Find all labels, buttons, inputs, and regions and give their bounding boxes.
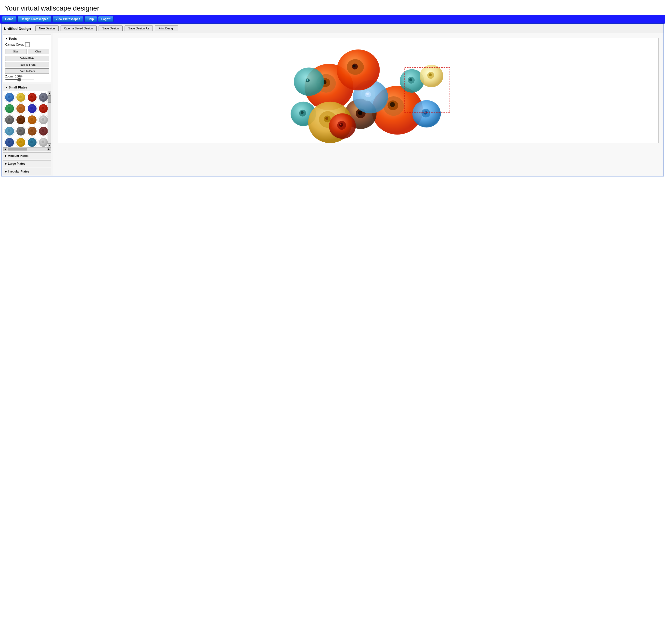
small-plates-grid <box>3 91 51 147</box>
svg-point-27 <box>19 129 22 132</box>
small-plate-3[interactable] <box>38 92 49 103</box>
svg-point-9 <box>7 106 11 110</box>
medium-plates-header[interactable]: ▶ Medium Plates <box>3 153 51 159</box>
large-plates-label: Large Plates <box>8 162 25 165</box>
svg-point-11 <box>19 106 22 110</box>
tools-header: ▼ Tools <box>5 37 49 40</box>
small-plate-14[interactable] <box>27 126 38 136</box>
app-container: Untitled Design New Design Open a Saved … <box>1 23 664 176</box>
medium-plates-label: Medium Plates <box>8 154 28 158</box>
large-plates-arrow-icon: ▶ <box>5 162 7 165</box>
toolbar: Untitled Design New Design Open a Saved … <box>1 24 664 33</box>
nav-view-platescapes[interactable]: View Platescapes <box>53 16 83 22</box>
svg-point-88 <box>340 123 341 125</box>
nav-design-platescapes[interactable]: Design Platescapes <box>17 16 52 22</box>
new-design-button[interactable]: New Design <box>35 25 59 31</box>
svg-point-15 <box>41 106 44 110</box>
small-plate-5[interactable] <box>16 103 26 114</box>
nav-home[interactable]: Home <box>2 16 16 22</box>
svg-point-35 <box>19 140 22 143</box>
small-plate-15[interactable] <box>38 126 49 136</box>
small-plate-8[interactable] <box>4 114 15 125</box>
print-design-button[interactable]: Print Design <box>155 25 178 31</box>
small-plates-label: Small Plates <box>8 85 27 89</box>
scroll-down-button[interactable]: ▼ <box>48 143 51 147</box>
irregular-plates-arrow-icon: ▶ <box>5 170 7 173</box>
canvas-color-row: Canvas Color: <box>5 42 49 47</box>
canvas-svg <box>58 38 658 143</box>
svg-point-17 <box>7 118 11 121</box>
small-plate-12[interactable] <box>4 126 15 136</box>
save-design-as-button[interactable]: Save Design As <box>125 25 153 31</box>
small-plate-2[interactable] <box>27 92 38 103</box>
plate-to-back-button[interactable]: Plate To Back <box>5 69 49 74</box>
small-plate-7[interactable] <box>38 103 49 114</box>
svg-point-1 <box>7 95 11 98</box>
large-plates-header[interactable]: ▶ Large Plates <box>3 160 51 167</box>
medium-plates-arrow-icon: ▶ <box>5 155 7 157</box>
small-plate-11[interactable] <box>38 114 49 125</box>
nav-help[interactable]: Help <box>84 16 97 22</box>
horizontal-scrollbar[interactable]: ◀ ▶ <box>3 147 51 151</box>
sidebar: ▼ Tools Canvas Color: Size Clear Delete … <box>1 33 53 176</box>
svg-point-23 <box>41 118 44 121</box>
small-plate-4[interactable] <box>4 103 15 114</box>
scroll-h-thumb[interactable] <box>7 148 27 151</box>
svg-point-5 <box>30 95 33 98</box>
canvas-color-swatch[interactable] <box>25 42 30 47</box>
page-title: Your virtual wallscape designer <box>0 0 665 15</box>
canvas-board[interactable] <box>58 38 659 143</box>
svg-point-90 <box>409 78 412 81</box>
canvas-color-label: Canvas Color: <box>5 43 24 46</box>
scroll-thumb[interactable] <box>48 95 51 103</box>
size-button[interactable]: Size <box>5 49 26 54</box>
svg-point-33 <box>7 140 11 143</box>
scroll-up-button[interactable]: ▲ <box>48 91 51 95</box>
clear-button[interactable]: Clear <box>28 49 49 54</box>
svg-point-19 <box>19 118 22 121</box>
delete-plate-button[interactable]: Delete Plate <box>5 56 49 61</box>
design-title: Untitled Design <box>4 26 33 31</box>
tools-arrow-icon: ▼ <box>5 37 7 40</box>
small-plates-header[interactable]: ▼ Small Plates <box>3 84 51 91</box>
svg-point-3 <box>19 95 22 98</box>
plate-to-front-button[interactable]: Plate To Front <box>5 62 49 67</box>
svg-point-25 <box>7 129 11 132</box>
svg-point-77 <box>353 65 356 67</box>
small-plate-19[interactable] <box>38 137 49 147</box>
tools-section: ▼ Tools Canvas Color: Size Clear Delete … <box>3 35 51 82</box>
zoom-slider[interactable] <box>5 79 35 80</box>
vertical-scrollbar[interactable]: ▲ ▼ <box>48 91 51 147</box>
medium-plates-section: ▶ Medium Plates <box>3 152 51 159</box>
scroll-left-button[interactable]: ◀ <box>3 148 7 151</box>
tools-label: Tools <box>8 37 17 40</box>
irregular-plates-header[interactable]: ▶ Irregular Plates <box>3 168 51 175</box>
small-plate-17[interactable] <box>16 137 26 147</box>
small-plate-10[interactable] <box>27 114 38 125</box>
canvas-area <box>53 33 664 176</box>
svg-point-82 <box>306 79 308 81</box>
small-plate-1[interactable] <box>16 92 26 103</box>
open-design-button[interactable]: Open a Saved Design <box>61 25 97 31</box>
small-plate-13[interactable] <box>16 126 26 136</box>
small-plate-0[interactable] <box>4 92 15 103</box>
svg-point-13 <box>30 106 33 110</box>
nav-logoff[interactable]: Logoff <box>98 16 114 22</box>
scroll-right-button[interactable]: ▶ <box>47 148 51 151</box>
small-plate-16[interactable] <box>4 137 15 147</box>
svg-point-69 <box>390 102 395 107</box>
svg-point-74 <box>366 93 369 95</box>
svg-point-29 <box>30 129 33 132</box>
irregular-plates-section: ▶ Irregular Plates <box>3 168 51 175</box>
small-plates-arrow-icon: ▼ <box>5 86 7 89</box>
small-plate-18[interactable] <box>27 137 38 147</box>
small-plates-section: ▼ Small Plates ▲ ▼ ◀ <box>3 84 51 151</box>
save-design-button[interactable]: Save Design <box>99 25 122 31</box>
svg-point-31 <box>41 129 44 132</box>
small-plate-9[interactable] <box>16 114 26 125</box>
svg-point-71 <box>358 111 362 115</box>
svg-point-92 <box>429 73 432 76</box>
main-area: ▼ Tools Canvas Color: Size Clear Delete … <box>1 33 664 176</box>
svg-point-37 <box>30 140 33 143</box>
small-plate-6[interactable] <box>27 103 38 114</box>
